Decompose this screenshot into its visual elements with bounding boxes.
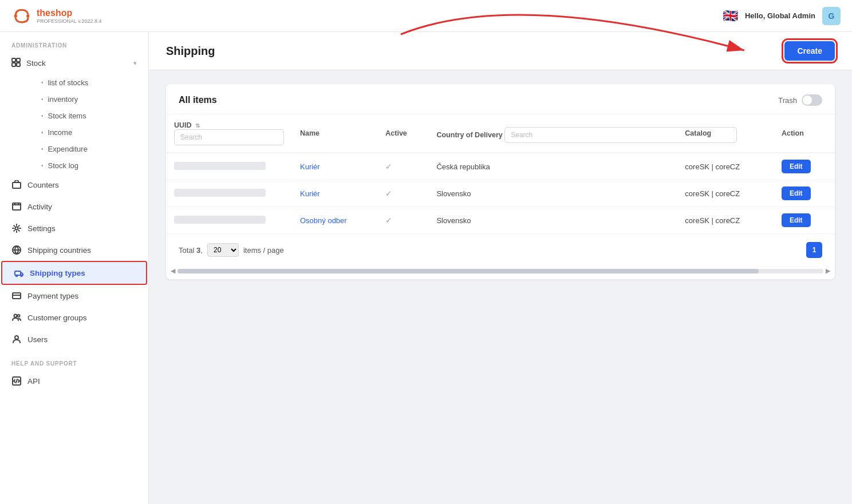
expenditure-label: Expenditure (48, 145, 88, 153)
country-cell-2: Slovensko (428, 207, 677, 234)
card-header: All items Trash (166, 84, 835, 114)
logo-name: theshop (37, 8, 102, 18)
footer-left: Total 3, 20 50 100 items / page (179, 243, 284, 257)
stock-label: Stock (26, 59, 46, 68)
trash-label: Trash (778, 96, 797, 105)
name-cell-2: Osobný odber (292, 207, 377, 234)
layout: ADMINISTRATION Stock ▾ list of stocks in… (0, 32, 852, 504)
name-link-1[interactable]: Kuriér (300, 189, 320, 198)
svg-rect-6 (13, 182, 21, 188)
help-section-label: HELP AND SUPPORT (0, 350, 148, 370)
users-label: Users (27, 335, 48, 344)
sidebar-item-settings[interactable]: Settings (0, 217, 148, 239)
svg-rect-9 (15, 271, 21, 275)
per-page-select[interactable]: 20 50 100 (207, 243, 239, 257)
uuid-placeholder-2 (174, 216, 266, 224)
name-link-2[interactable]: Osobný odber (300, 216, 347, 225)
check-mark-0: ✓ (385, 162, 392, 171)
uuid-placeholder-1 (174, 189, 266, 197)
action-header: Action (774, 114, 835, 153)
inventory-label: inventory (48, 95, 78, 104)
payment-types-icon (11, 291, 22, 301)
svg-point-15 (15, 336, 18, 339)
sidebar-item-shipping-countries[interactable]: Shipping countries (0, 239, 148, 261)
shipping-table-card: All items Trash UUID (166, 84, 835, 279)
sidebar-item-activity[interactable]: Activity (0, 196, 148, 217)
payment-types-label: Payment types (27, 292, 78, 300)
scroll-track[interactable] (178, 269, 823, 273)
table-row: Kuriér ✓ Slovensko coreSK | coreCZ Edit (166, 180, 835, 207)
svg-rect-2 (12, 58, 15, 62)
stock-items-label: Stock items (48, 112, 86, 120)
all-items-title: All items (179, 95, 217, 105)
uuid-cell-0 (166, 153, 292, 180)
shipping-table: UUID ⇅ Name Active Country of Delivery (166, 114, 835, 234)
catalog-cell-0: coreSK | coreCZ (677, 153, 774, 180)
topbar-right: 🇬🇧 Hello, Global Admin G (723, 7, 841, 25)
settings-label: Settings (27, 224, 56, 233)
scroll-right-icon[interactable]: ▶ (826, 267, 830, 275)
counters-label: Counters (27, 181, 59, 189)
avatar-button[interactable]: G (822, 7, 841, 25)
settings-icon (11, 223, 22, 233)
sidebar-item-customer-groups[interactable]: Customer groups (0, 307, 148, 328)
sidebar-item-expenditure[interactable]: Expenditure (21, 141, 148, 157)
main: Shipping Create All items Trash (149, 32, 852, 504)
uuid-cell-2 (166, 207, 292, 234)
trash-toggle-switch[interactable] (802, 94, 822, 106)
action-cell-0: Edit (774, 153, 835, 180)
stock-chevron: ▾ (133, 59, 137, 67)
edit-button-1[interactable]: Edit (782, 186, 811, 200)
sidebar-item-shipping-types[interactable]: Shipping types (1, 261, 147, 285)
sidebar-item-api[interactable]: API (0, 370, 148, 392)
create-button[interactable]: Create (784, 41, 835, 61)
customer-groups-label: Customer groups (27, 313, 87, 322)
hello-text: Hello, Global Admin (745, 11, 815, 20)
name-cell-1: Kuriér (292, 180, 377, 207)
edit-button-0[interactable]: Edit (782, 160, 811, 173)
catalog-cell-2: coreSK | coreCZ (677, 207, 774, 234)
table-header-row: UUID ⇅ Name Active Country of Delivery (166, 114, 835, 153)
page-header: Shipping Create (149, 32, 852, 70)
shipping-types-icon (14, 268, 24, 278)
action-cell-1: Edit (774, 180, 835, 207)
list-of-stocks-label: list of stocks (48, 78, 89, 87)
sidebar-item-payment-types[interactable]: Payment types (0, 285, 148, 307)
customer-groups-icon (11, 312, 22, 323)
sidebar-item-inventory[interactable]: inventory (21, 91, 148, 108)
active-header: Active (377, 114, 428, 153)
sidebar-item-stock-items[interactable]: Stock items (21, 108, 148, 124)
stock-log-label: Stock log (48, 161, 78, 170)
sort-icon[interactable]: ⇅ (195, 122, 200, 129)
name-link-0[interactable]: Kuriér (300, 162, 320, 171)
edit-button-2[interactable]: Edit (782, 213, 811, 227)
sidebar-item-income[interactable]: Income (21, 124, 148, 141)
sidebar: ADMINISTRATION Stock ▾ list of stocks in… (0, 32, 149, 504)
page-1-button[interactable]: 1 (806, 242, 822, 258)
table-footer: Total 3, 20 50 100 items / page 1 (166, 234, 835, 265)
activity-label: Activity (27, 203, 52, 211)
name-header: Name (292, 114, 377, 153)
sidebar-item-stock-log[interactable]: Stock log (21, 157, 148, 174)
sidebar-item-list-of-stocks[interactable]: list of stocks (21, 74, 148, 91)
svg-point-0 (14, 14, 17, 17)
scroll-left-icon[interactable]: ◀ (171, 267, 175, 275)
svg-point-13 (14, 315, 17, 318)
country-cell-1: Slovensko (428, 180, 677, 207)
table-body: Kuriér ✓ Česká republika coreSK | coreCZ… (166, 153, 835, 234)
country-cell-0: Česká republika (428, 153, 677, 180)
page-title: Shipping (166, 45, 215, 58)
topbar: theshop PROFESSIONAL v.2022.8.4 🇬🇧 Hello… (0, 0, 852, 32)
sidebar-item-counters[interactable]: Counters (0, 174, 148, 196)
check-mark-1: ✓ (385, 189, 392, 198)
shipping-types-label: Shipping types (30, 269, 85, 277)
items-per-page-label: items / page (243, 246, 284, 255)
svg-point-1 (26, 14, 29, 17)
counters-icon (11, 180, 22, 190)
total-label: Total 3, (179, 246, 203, 255)
active-cell-0: ✓ (377, 153, 428, 180)
sidebar-item-users[interactable]: Users (0, 328, 148, 350)
sidebar-item-stock[interactable]: Stock ▾ (0, 52, 148, 74)
admin-section-label: ADMINISTRATION (0, 32, 148, 52)
uuid-search-input[interactable] (174, 129, 284, 145)
